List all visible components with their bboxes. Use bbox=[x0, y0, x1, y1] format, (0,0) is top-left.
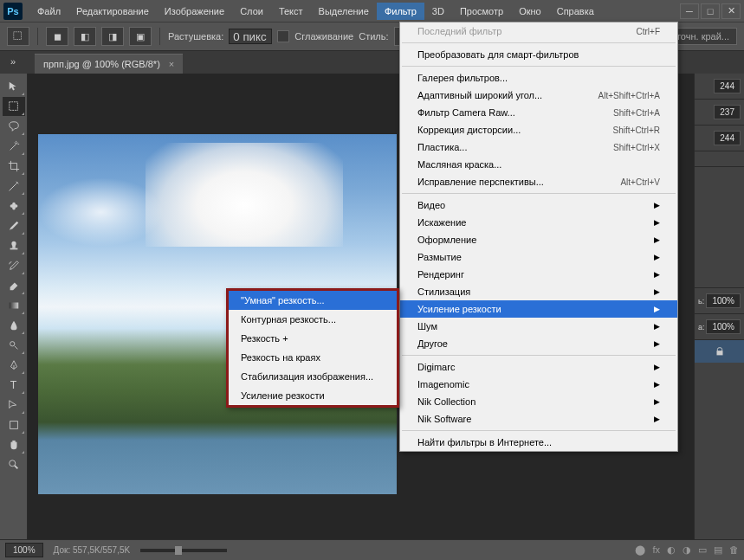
dodge-tool[interactable] bbox=[3, 336, 25, 355]
filter-oil-paint[interactable]: Масляная краска... bbox=[400, 156, 677, 173]
selection-new-icon[interactable]: ◼ bbox=[46, 27, 68, 46]
selection-intersect-icon[interactable]: ▣ bbox=[129, 27, 152, 46]
move-tool[interactable] bbox=[3, 77, 25, 96]
sharpen-sharpen[interactable]: Усиление резкости bbox=[229, 386, 397, 405]
close-button[interactable]: ✕ bbox=[721, 3, 741, 19]
doc-size-label: Док: 557,5K/557,5K bbox=[54, 545, 131, 555]
menu-text[interactable]: Текст bbox=[271, 3, 311, 20]
marquee-tool[interactable] bbox=[3, 97, 25, 116]
folder-icon[interactable]: ▭ bbox=[698, 544, 707, 556]
link-icon[interactable]: ⬤ bbox=[635, 544, 645, 556]
feather-label: Растушевка: bbox=[168, 31, 223, 42]
crop-tool[interactable] bbox=[3, 157, 25, 176]
gradient-tool[interactable] bbox=[3, 296, 25, 315]
path-tool[interactable] bbox=[3, 396, 25, 415]
filter-stylize[interactable]: Стилизация▶ bbox=[400, 283, 677, 300]
lasso-tool[interactable] bbox=[3, 117, 25, 136]
menu-3d[interactable]: 3D bbox=[424, 3, 452, 20]
filter-digimarc[interactable]: Digimarc▶ bbox=[400, 358, 677, 376]
filter-distort[interactable]: Искажение▶ bbox=[400, 214, 677, 231]
pen-tool[interactable] bbox=[3, 356, 25, 375]
selection-sub-icon[interactable]: ◨ bbox=[101, 27, 124, 46]
opacity-value[interactable]: 100% bbox=[706, 293, 741, 308]
svg-rect-0 bbox=[14, 32, 22, 40]
blur-tool[interactable] bbox=[3, 316, 25, 335]
menu-view[interactable]: Просмотр bbox=[452, 3, 511, 20]
healing-tool[interactable] bbox=[3, 196, 25, 216]
filter-lens-correction[interactable]: Коррекция дисторсии...Shift+Ctrl+R bbox=[400, 121, 677, 138]
svg-rect-8 bbox=[10, 422, 18, 429]
menu-layers[interactable]: Слои bbox=[232, 3, 271, 20]
svg-point-9 bbox=[10, 460, 16, 467]
trash-icon[interactable]: 🗑 bbox=[729, 544, 739, 556]
selection-add-icon[interactable]: ◧ bbox=[74, 27, 96, 46]
filter-camera-raw[interactable]: Фильтр Camera Raw...Shift+Ctrl+A bbox=[400, 104, 677, 121]
maximize-button[interactable]: □ bbox=[701, 3, 720, 19]
feather-input[interactable] bbox=[229, 29, 272, 44]
filter-pixelate[interactable]: Оформление▶ bbox=[400, 231, 677, 248]
filter-vanishing-point[interactable]: Исправление перспективы...Alt+Ctrl+V bbox=[400, 173, 677, 190]
filter-video[interactable]: Видео▶ bbox=[400, 196, 677, 214]
window-controls: ─ □ ✕ bbox=[680, 3, 741, 19]
document-tab[interactable]: прпп.jpg @ 100% (RGB/8*) × bbox=[35, 54, 183, 74]
menu-image[interactable]: Изображение bbox=[157, 3, 232, 20]
shape-tool[interactable] bbox=[3, 415, 25, 434]
filter-convert-smart[interactable]: Преобразовать для смарт-фильтров bbox=[400, 46, 677, 63]
filter-nik-collection[interactable]: Nik Collection▶ bbox=[400, 393, 677, 410]
antialias-checkbox[interactable] bbox=[277, 30, 289, 42]
menu-file[interactable]: Файл bbox=[29, 3, 68, 20]
history-brush-tool[interactable] bbox=[3, 256, 25, 275]
filter-imagenomic[interactable]: Imagenomic▶ bbox=[400, 376, 677, 393]
expand-panels-icon[interactable]: » bbox=[5, 55, 21, 68]
sharpen-submenu: "Умная" резкость... Контурная резкость..… bbox=[226, 288, 399, 408]
fill-label: а: bbox=[698, 323, 705, 331]
menu-window[interactable]: Окно bbox=[511, 3, 549, 20]
text-tool[interactable]: T bbox=[3, 376, 25, 395]
filter-nik-software[interactable]: Nik Software▶ bbox=[400, 410, 677, 428]
eraser-tool[interactable] bbox=[3, 276, 25, 295]
adjustment-icon[interactable]: ◑ bbox=[683, 544, 691, 556]
sharpen-edges[interactable]: Резкость на краях bbox=[229, 348, 397, 367]
brush-tool[interactable] bbox=[3, 216, 25, 235]
filter-gallery[interactable]: Галерея фильтров... bbox=[400, 69, 677, 87]
filter-liquify[interactable]: Пластика...Shift+Ctrl+X bbox=[400, 138, 677, 156]
filter-other[interactable]: Другое▶ bbox=[400, 335, 677, 352]
filter-sharpen[interactable]: Усиление резкости▶ bbox=[400, 300, 677, 318]
filter-adaptive-wide[interactable]: Адаптивный широкий угол...Alt+Shift+Ctrl… bbox=[400, 87, 677, 104]
filter-browse-online[interactable]: Найти фильтры в Интернете... bbox=[400, 434, 677, 451]
layer-lock-row[interactable] bbox=[695, 340, 744, 363]
tab-close-icon[interactable]: × bbox=[169, 59, 174, 69]
new-layer-icon[interactable]: ▤ bbox=[714, 544, 722, 556]
filter-noise[interactable]: Шум▶ bbox=[400, 318, 677, 335]
zoom-tool[interactable] bbox=[3, 455, 25, 474]
zoom-value[interactable]: 100% bbox=[5, 543, 43, 557]
svg-rect-10 bbox=[716, 351, 722, 355]
sharpen-smart[interactable]: "Умная" резкость... bbox=[229, 291, 397, 310]
menu-filter[interactable]: Фильтр bbox=[377, 3, 424, 20]
status-icons: ⬤ fx ◐ ◑ ▭ ▤ 🗑 bbox=[635, 544, 739, 556]
fill-value[interactable]: 100% bbox=[706, 319, 741, 334]
svg-rect-4 bbox=[10, 248, 18, 250]
menu-edit[interactable]: Редактирование bbox=[68, 3, 157, 20]
svg-text:T: T bbox=[10, 379, 17, 391]
wand-tool[interactable] bbox=[3, 137, 25, 156]
color-g-value[interactable]: 237 bbox=[714, 105, 741, 119]
menu-select[interactable]: Выделение bbox=[311, 3, 377, 20]
menu-help[interactable]: Справка bbox=[549, 3, 602, 20]
filter-blur[interactable]: Размытие▶ bbox=[400, 248, 677, 266]
sharpen-unsharp[interactable]: Контурная резкость... bbox=[229, 310, 397, 329]
hand-tool[interactable] bbox=[3, 435, 25, 454]
sharpen-more[interactable]: Резкость + bbox=[229, 329, 397, 348]
color-r-value[interactable]: 244 bbox=[714, 79, 741, 93]
filter-render[interactable]: Рендеринг▶ bbox=[400, 266, 677, 283]
sharpen-shake-reduction[interactable]: Стабилизация изображения... bbox=[229, 367, 397, 386]
minimize-button[interactable]: ─ bbox=[680, 3, 699, 19]
color-b-value[interactable]: 244 bbox=[714, 131, 741, 145]
stamp-tool[interactable] bbox=[3, 236, 25, 255]
tool-preset-icon[interactable] bbox=[7, 27, 29, 46]
status-slider[interactable] bbox=[140, 549, 227, 552]
filter-last[interactable]: Последний фильтрCtrl+F bbox=[400, 23, 677, 40]
fx-icon[interactable]: fx bbox=[652, 544, 660, 556]
eyedropper-tool[interactable] bbox=[3, 177, 25, 196]
mask-icon[interactable]: ◐ bbox=[667, 544, 676, 556]
